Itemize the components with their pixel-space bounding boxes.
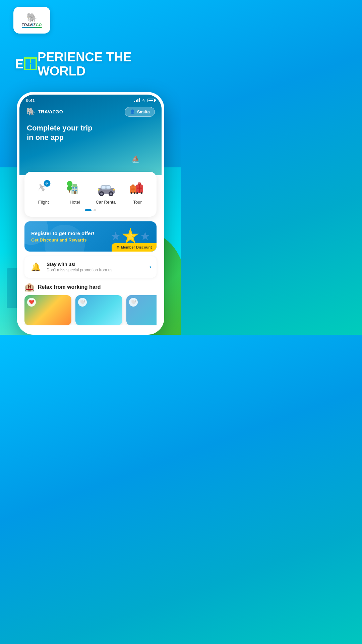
service-car-rental[interactable]: Car Rental — [93, 178, 120, 205]
logo-underline — [22, 27, 42, 28]
hotel-heart-2[interactable]: 🤍 — [78, 298, 87, 307]
status-bar: 9:41 ∿ — [19, 95, 162, 105]
hotel-card-1[interactable]: ❤️ — [24, 295, 71, 325]
car-icon — [96, 179, 116, 196]
service-flight[interactable]: ✈ Flight — [30, 178, 57, 205]
app-logo-card: 🐘 TRAViZGO — [13, 7, 50, 34]
svg-rect-11 — [74, 191, 76, 194]
wifi-icon: ∿ — [142, 98, 145, 103]
star-main: ⭐ — [122, 228, 139, 245]
dot-active — [85, 209, 92, 211]
phone-mockup: 9:41 ∿ — [17, 92, 164, 335]
notification-title: Stay with us! — [47, 262, 144, 267]
promo-title: Register to get more offer! — [31, 230, 111, 236]
svg-point-22 — [110, 193, 112, 195]
user-icon: 👤 — [130, 109, 135, 114]
phone-hero-heading: Complete your trip in one app — [27, 123, 154, 143]
status-time: 9:41 — [26, 98, 35, 103]
phone-nav: 🐘 TRAViZGO 👤 Sasita — [19, 105, 162, 120]
hero-icon — [24, 57, 37, 70]
svg-point-34 — [131, 192, 132, 194]
svg-rect-10 — [75, 190, 77, 192]
hotel-card-2[interactable]: 🤍 — [75, 295, 122, 325]
svg-rect-17 — [102, 186, 106, 189]
service-tour[interactable]: Tour — [124, 178, 151, 205]
bottom-padding — [19, 325, 162, 332]
flight-icon: ✈ — [34, 179, 53, 196]
battery-icon — [147, 99, 155, 102]
promo-stars-group: ⭐ — [111, 228, 150, 245]
hotel-icon-wrap — [64, 178, 86, 197]
svg-rect-33 — [131, 189, 135, 190]
hotel-cards-row: ❤️ 🤍 🤍 — [24, 295, 157, 325]
svg-rect-9 — [72, 190, 74, 192]
phone-hero-text: Complete your trip in one app — [19, 120, 162, 149]
phone-logo: 🐘 TRAViZGO — [26, 107, 63, 116]
notification-subtitle: Don't miss special promotion from us — [47, 268, 144, 272]
hotel-card-image-2: 🤍 — [75, 295, 122, 325]
logo-elephant-icon: 🐘 — [26, 12, 37, 23]
services-card: ✈ Flight — [24, 172, 157, 217]
boat-decoration — [131, 155, 141, 162]
tour-icon — [127, 179, 147, 196]
svg-text:✈: ✈ — [46, 181, 49, 186]
hotel-heart-1[interactable]: ❤️ — [27, 298, 36, 307]
user-profile-button[interactable]: 👤 Sasita — [125, 107, 155, 117]
star-side-left — [111, 232, 120, 241]
svg-point-35 — [134, 192, 135, 194]
member-badge-text: Member Discount — [121, 245, 152, 249]
svg-point-37 — [141, 192, 142, 194]
hotel-card-image-1: ❤️ — [24, 295, 71, 325]
member-discount-badge: ⚙ Member Discount — [112, 243, 157, 252]
phone-logo-elephant-icon: 🐘 — [26, 107, 35, 116]
svg-point-12 — [67, 186, 72, 191]
car-icon-wrap — [95, 178, 117, 197]
svg-rect-13 — [69, 190, 70, 193]
tour-icon-wrap — [127, 178, 148, 197]
phone-logo-text: TRAViZGO — [38, 109, 63, 114]
notification-chevron-icon: › — [149, 263, 151, 270]
svg-rect-23 — [98, 189, 100, 191]
svg-point-36 — [136, 192, 138, 194]
promo-subtitle: Get Discount and Rewards — [31, 237, 111, 243]
svg-rect-18 — [106, 186, 110, 189]
svg-rect-8 — [75, 187, 77, 189]
notification-bell-icon: 🔔 — [30, 262, 42, 272]
hotel-card-3[interactable]: 🤍 — [126, 295, 157, 325]
svg-rect-28 — [137, 188, 142, 189]
notification-row[interactable]: 🔔 Stay with us! Don't miss special promo… — [24, 256, 157, 278]
hotel-icon — [66, 179, 84, 196]
car-rental-label: Car Rental — [96, 200, 117, 205]
status-icons: ∿ — [134, 98, 155, 103]
flight-icon-wrap: ✈ — [33, 178, 54, 197]
svg-rect-7 — [72, 187, 74, 189]
svg-point-20 — [100, 193, 103, 195]
hero-tagline: EPERIENCE THE WORLD — [15, 50, 181, 78]
notification-text: Stay with us! Don't miss special promoti… — [47, 262, 144, 272]
service-hotel[interactable]: Hotel — [61, 178, 88, 205]
star-side-right — [140, 232, 150, 241]
svg-point-14 — [67, 181, 72, 186]
pagination-dots — [28, 209, 153, 211]
hotel-heart-3[interactable]: 🤍 — [129, 298, 138, 307]
section-header: 🏨 Relax from working hard — [24, 282, 157, 292]
hotel-card-image-3: 🤍 — [126, 295, 157, 325]
phone-header: 9:41 ∿ — [19, 95, 162, 175]
hotel-label: Hotel — [70, 200, 80, 205]
signal-icon — [134, 98, 140, 102]
promo-banner[interactable]: Register to get more offer! Get Discount… — [24, 221, 157, 252]
dot-inactive — [94, 209, 96, 211]
svg-rect-24 — [113, 189, 115, 191]
section-hotel-icon: 🏨 — [24, 282, 35, 292]
svg-rect-6 — [72, 184, 77, 187]
tour-label: Tour — [133, 200, 142, 205]
member-badge-icon: ⚙ — [116, 245, 120, 250]
section-title: Relax from working hard — [38, 284, 101, 290]
flight-label: Flight — [38, 200, 49, 205]
user-name: Sasita — [137, 109, 150, 114]
promo-text-area: Register to get more offer! Get Discount… — [31, 230, 111, 243]
services-grid: ✈ Flight — [28, 178, 153, 205]
logo-text-label: TRAViZGO — [22, 23, 42, 27]
